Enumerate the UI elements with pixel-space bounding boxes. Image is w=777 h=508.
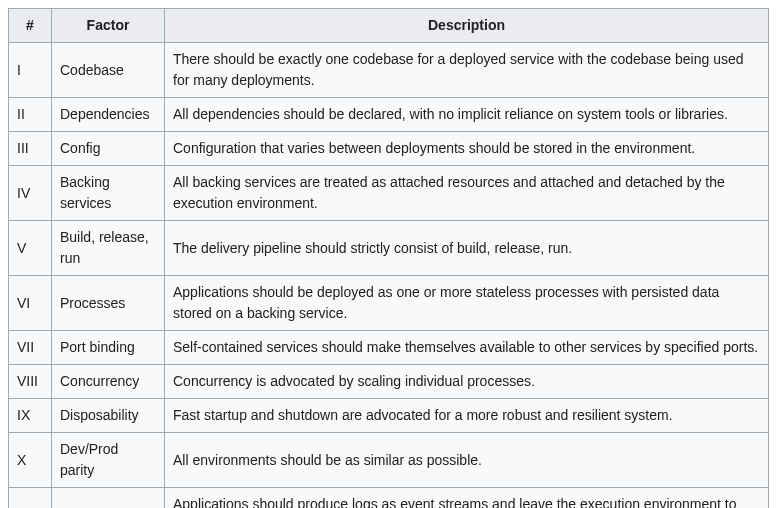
cell-num: VIII: [9, 365, 52, 399]
cell-num: IX: [9, 399, 52, 433]
cell-factor: Config: [52, 132, 165, 166]
cell-factor: Dependencies: [52, 98, 165, 132]
cell-description: There should be exactly one codebase for…: [165, 43, 769, 98]
cell-factor: Concurrency: [52, 365, 165, 399]
header-factor: Factor: [52, 9, 165, 43]
table-row: IVBacking servicesAll backing services a…: [9, 166, 769, 221]
cell-factor: Logs: [52, 488, 165, 509]
cell-num: X: [9, 433, 52, 488]
cell-factor: Disposability: [52, 399, 165, 433]
cell-num: II: [9, 98, 52, 132]
cell-factor: Processes: [52, 276, 165, 331]
header-description: Description: [165, 9, 769, 43]
cell-num: V: [9, 221, 52, 276]
cell-description: All dependencies should be declared, wit…: [165, 98, 769, 132]
cell-description: Applications should be deployed as one o…: [165, 276, 769, 331]
cell-num: I: [9, 43, 52, 98]
cell-description: All environments should be as similar as…: [165, 433, 769, 488]
cell-factor: Backing services: [52, 166, 165, 221]
table-row: IIIConfigConfiguration that varies betwe…: [9, 132, 769, 166]
table-row: VIIPort bindingSelf-contained services s…: [9, 331, 769, 365]
cell-factor: Dev/Prod parity: [52, 433, 165, 488]
table-row: ICodebaseThere should be exactly one cod…: [9, 43, 769, 98]
cell-factor: Codebase: [52, 43, 165, 98]
cell-description: Concurrency is advocated by scaling indi…: [165, 365, 769, 399]
cell-num: VII: [9, 331, 52, 365]
cell-description: The delivery pipeline should strictly co…: [165, 221, 769, 276]
cell-description: All backing services are treated as atta…: [165, 166, 769, 221]
table-row: VIProcessesApplications should be deploy…: [9, 276, 769, 331]
cell-description: Self-contained services should make them…: [165, 331, 769, 365]
cell-num: XI: [9, 488, 52, 509]
table-row: XILogsApplications should produce logs a…: [9, 488, 769, 509]
cell-num: VI: [9, 276, 52, 331]
cell-num: III: [9, 132, 52, 166]
cell-factor: Port binding: [52, 331, 165, 365]
table-row: XDev/Prod parityAll environments should …: [9, 433, 769, 488]
cell-factor: Build, release, run: [52, 221, 165, 276]
cell-description: Fast startup and shutdown are advocated …: [165, 399, 769, 433]
table-row: IIDependenciesAll dependencies should be…: [9, 98, 769, 132]
table-row: IXDisposabilityFast startup and shutdown…: [9, 399, 769, 433]
twelve-factor-table: # Factor Description ICodebaseThere shou…: [8, 8, 769, 508]
cell-num: IV: [9, 166, 52, 221]
header-num: #: [9, 9, 52, 43]
cell-description: Configuration that varies between deploy…: [165, 132, 769, 166]
table-row: VBuild, release, runThe delivery pipelin…: [9, 221, 769, 276]
cell-description: Applications should produce logs as even…: [165, 488, 769, 509]
table-header-row: # Factor Description: [9, 9, 769, 43]
table-row: VIIIConcurrencyConcurrency is advocated …: [9, 365, 769, 399]
